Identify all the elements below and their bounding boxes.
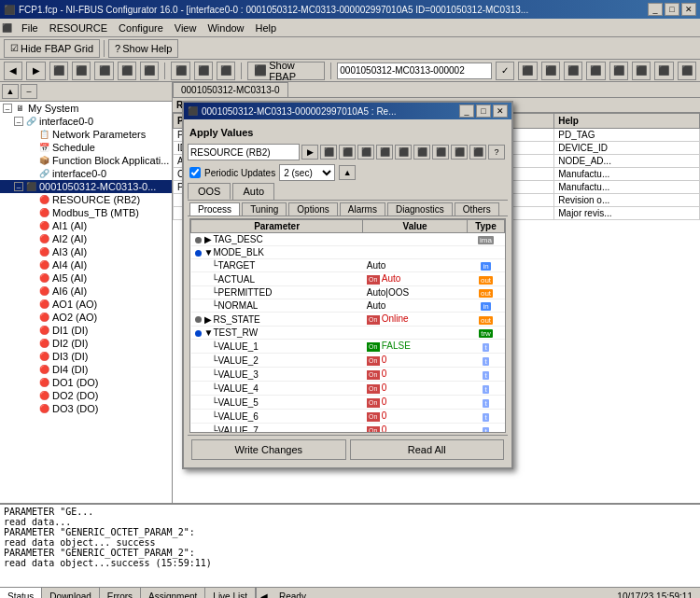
periodic-up-btn[interactable]: ▲ <box>339 165 356 180</box>
toolbar-btn-4[interactable]: ⬛ <box>72 62 91 80</box>
subtab-options[interactable]: Options <box>288 202 337 216</box>
toolbar-btn-12[interactable]: ⬛ <box>541 62 560 80</box>
toolbar-btn-16[interactable]: ⬛ <box>632 62 651 80</box>
toolbar-btn-8[interactable]: ⬛ <box>171 62 189 80</box>
toolbar-btn-14[interactable]: ⬛ <box>586 62 605 80</box>
tree-item-resource[interactable]: 🔴 RESOURCE (RB2) <box>0 193 172 206</box>
resource-btn-7[interactable]: ⬛ <box>413 145 430 160</box>
resource-btn-1[interactable]: ▶ <box>301 145 318 160</box>
subtab-process[interactable]: Process <box>189 202 240 216</box>
resource-btn-6[interactable]: ⬛ <box>395 145 412 160</box>
tree-item-ai5[interactable]: 🔴AI5 (AI) <box>0 271 172 285</box>
modal-param-row[interactable]: └VALUE_6 On0 t <box>191 410 505 424</box>
toolbar-btn-3[interactable]: ⬛ <box>49 62 68 80</box>
modal-param-row[interactable]: └ACTUAL OnAuto out <box>191 272 505 286</box>
modal-param-row[interactable]: ▶TAG_DESC ima <box>191 233 505 246</box>
menu-view[interactable]: View <box>169 21 203 35</box>
modal-param-row[interactable]: └VALUE_5 On0 t <box>191 396 505 410</box>
tree-item-ai3[interactable]: 🔴AI3 (AI) <box>0 245 172 258</box>
resource-btn-10[interactable]: ⬛ <box>469 145 486 160</box>
tree-item-do2[interactable]: 🔴DO2 (DO) <box>0 389 172 402</box>
modal-param-row[interactable]: └VALUE_3 On0 t <box>191 368 505 382</box>
tree-item-interface0[interactable]: – 🔗 interface0-0 <box>0 115 172 128</box>
subtab-diagnostics[interactable]: Diagnostics <box>387 202 453 216</box>
tab-oos[interactable]: OOS <box>188 183 231 200</box>
toolbar-btn-1[interactable]: ◀ <box>4 62 22 80</box>
tree-item-mysystem[interactable]: – 🖥 My System <box>0 102 172 115</box>
status-tab-status[interactable]: Status <box>0 588 42 598</box>
modal-param-row[interactable]: └VALUE_4 On0 t <box>191 382 505 396</box>
tree-item-di4[interactable]: 🔴DI4 (DI) <box>0 363 172 376</box>
toolbar-btn-2[interactable]: ▶ <box>26 62 45 80</box>
expand-icon[interactable]: – <box>3 104 12 113</box>
modal-close-btn[interactable]: ✕ <box>493 104 508 118</box>
title-bar-controls[interactable]: _ □ ✕ <box>648 3 696 16</box>
hide-fbap-grid-button[interactable]: ☑ Hide FBAP Grid <box>4 39 100 58</box>
minimize-button[interactable]: _ <box>648 3 663 16</box>
menu-help[interactable]: Help <box>250 21 283 35</box>
tree-item-device[interactable]: – ⬛ 0001050312-MC0313-0... <box>0 180 172 193</box>
modal-param-row[interactable]: └VALUE_2 On0 t <box>191 354 505 368</box>
subtab-alarms[interactable]: Alarms <box>340 202 385 216</box>
resource-btn-4[interactable]: ⬛ <box>357 145 374 160</box>
modal-title-controls[interactable]: _ □ ✕ <box>459 104 508 118</box>
modal-param-row[interactable]: └TARGET Auto in <box>191 259 505 272</box>
status-tab-download[interactable]: Download <box>42 588 99 598</box>
tree-item-ai4[interactable]: 🔴AI4 (AI) <box>0 258 172 271</box>
resource-btn-8[interactable]: ⬛ <box>432 145 449 160</box>
menu-resource[interactable]: RESOURCE <box>44 21 113 35</box>
tree-collapse-btn[interactable]: – <box>21 84 37 99</box>
toolbar-btn-17[interactable]: ⬛ <box>654 62 673 80</box>
subtab-others[interactable]: Others <box>455 202 499 216</box>
expand-icon[interactable]: – <box>14 182 23 191</box>
modal-param-row[interactable]: └VALUE_7 On0 t <box>191 424 505 434</box>
tree-item-modbus[interactable]: 🔴 Modbus_TB (MTB) <box>0 206 172 219</box>
tree-item-ai1[interactable]: 🔴AI1 (AI) <box>0 219 172 232</box>
read-all-button[interactable]: Read All <box>350 439 505 460</box>
tree-item-ao2[interactable]: 🔴AO2 (AO) <box>0 311 172 324</box>
tree-item-ao1[interactable]: 🔴AO1 (AO) <box>0 298 172 311</box>
menu-window[interactable]: Window <box>202 21 249 35</box>
tree-item-ai6[interactable]: 🔴AI6 (AI) <box>0 285 172 298</box>
toolbar-btn-7[interactable]: ⬛ <box>140 62 159 80</box>
tree-item-network-params[interactable]: 📋 Network Parameters <box>0 128 172 141</box>
modal-minimize-btn[interactable]: _ <box>459 104 474 118</box>
subtab-tuning[interactable]: Tuning <box>242 202 287 216</box>
close-button[interactable]: ✕ <box>681 3 696 16</box>
tree-item-di1[interactable]: 🔴DI1 (DI) <box>0 324 172 337</box>
toolbar-btn-6[interactable]: ⬛ <box>118 62 136 80</box>
resource-btn-2[interactable]: ⬛ <box>320 145 337 160</box>
toolbar-btn-13[interactable]: ⬛ <box>564 62 582 80</box>
device-tab[interactable]: 0001050312-MC0313-0 <box>173 82 288 97</box>
resource-btn-5[interactable]: ⬛ <box>376 145 393 160</box>
tree-item-do1[interactable]: 🔴DO1 (DO) <box>0 376 172 389</box>
toolbar-btn-18[interactable]: ⬛ <box>678 62 696 80</box>
maximize-button[interactable]: □ <box>665 3 679 16</box>
modal-param-row[interactable]: ▼MODE_BLK <box>191 246 505 259</box>
toolbar-btn-15[interactable]: ⬛ <box>609 62 628 80</box>
tab-auto[interactable]: Auto <box>232 183 274 200</box>
tree-item-interface0-sub[interactable]: 🔗 interface0-0 <box>0 167 172 180</box>
tree-item-di2[interactable]: 🔴DI2 (DI) <box>0 337 172 350</box>
modal-param-row[interactable]: └NORMAL Auto in <box>191 299 505 313</box>
device-validate-btn[interactable]: ✓ <box>496 62 514 80</box>
modal-param-row[interactable]: ▶RS_STATE OnOnline out <box>191 313 505 327</box>
show-help-button[interactable]: ? Show Help <box>108 39 178 58</box>
log-scroll-left[interactable]: ◀ <box>256 588 272 598</box>
write-changes-button[interactable]: Write Changes <box>191 439 346 460</box>
modal-param-row[interactable]: ▼TEST_RW trw <box>191 327 505 340</box>
status-tab-errors[interactable]: Errors <box>100 588 141 598</box>
modal-param-row[interactable]: └VALUE_1 OnFALSE t <box>191 340 505 354</box>
periodic-checkbox[interactable] <box>189 167 201 178</box>
toolbar-btn-10[interactable]: ⬛ <box>217 62 235 80</box>
resource-btn-3[interactable]: ⬛ <box>339 145 356 160</box>
toolbar-btn-5[interactable]: ⬛ <box>94 62 113 80</box>
menu-configure[interactable]: Configure <box>113 21 169 35</box>
toolbar-btn-11[interactable]: ⬛ <box>518 62 537 80</box>
tree-up-btn[interactable]: ▲ <box>2 84 19 99</box>
device-combo[interactable] <box>337 63 492 79</box>
tree-item-ai2[interactable]: 🔴AI2 (AI) <box>0 232 172 245</box>
expand-icon[interactable]: – <box>14 117 23 126</box>
resource-btn-11[interactable]: ? <box>488 145 505 160</box>
tree-item-fb[interactable]: 📦 Function Block Applicati... <box>0 154 172 167</box>
